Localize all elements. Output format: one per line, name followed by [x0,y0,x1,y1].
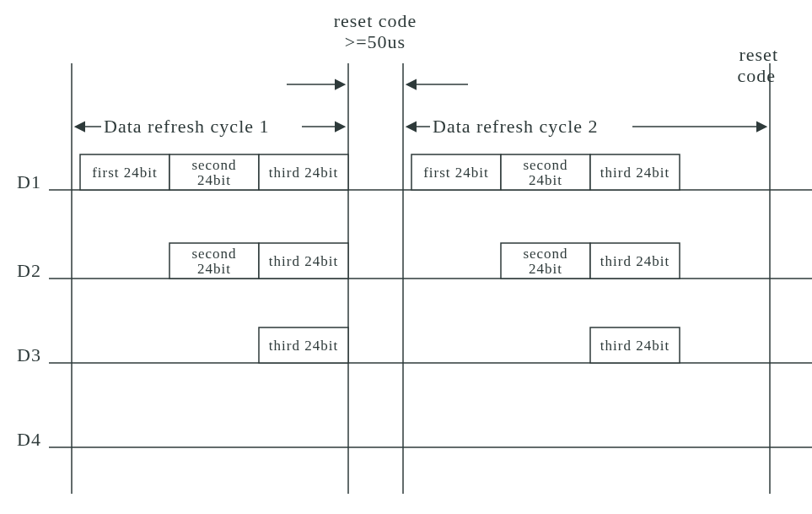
cycle1-label: Data refresh cycle 1 [104,116,270,137]
reset-code2a: reset [739,44,778,65]
d1-c2-b2b: 24bit [529,172,562,188]
cycle2-label-group: Data refresh cycle 2 [407,116,766,137]
d2-c1-b3-text: third 24bit [269,253,338,269]
d4-label: D4 [17,429,41,450]
d1-c1-b3-text: third 24bit [269,165,338,181]
row-d2: D2 second 24bit third 24bit second 24bit… [17,243,812,281]
d2-c1-b2b: 24bit [197,261,231,277]
reset-time-label: >=50us [345,31,406,52]
row-d1: D1 first 24bit second 24bit third 24bit … [17,154,812,192]
d1-c1-b2b: 24bit [197,172,231,188]
reset-code2b: code [737,65,776,86]
d1-c1-b2a: second [191,157,236,173]
d1-c2-b1-text: first 24bit [423,165,489,181]
d2-c2-b2a: second [523,246,567,262]
d1-c1-b1-text: first 24bit [92,165,158,181]
timing-diagram: reset code >=50us reset code Data refres… [0,0,812,514]
d1-c2-b3-text: third 24bit [600,165,669,181]
d3-c2-b3-text: third 24bit [600,338,669,354]
d1-label: D1 [17,171,41,192]
d1-c2-b2a: second [523,157,567,173]
row-d3: D3 third 24bit third 24bit [17,327,812,365]
d2-c1-b2a: second [191,246,236,262]
row-d4: D4 [17,429,812,450]
d3-label: D3 [17,344,41,365]
d3-c1-b3-text: third 24bit [269,338,338,354]
d2-c2-b2b: 24bit [529,261,562,277]
cycle2-label: Data refresh cycle 2 [433,116,599,137]
cycle1-label-group: Data refresh cycle 1 [76,116,344,137]
d2-label: D2 [17,260,41,281]
reset-code-label: reset code [334,10,417,31]
d2-c2-b3-text: third 24bit [600,253,669,269]
